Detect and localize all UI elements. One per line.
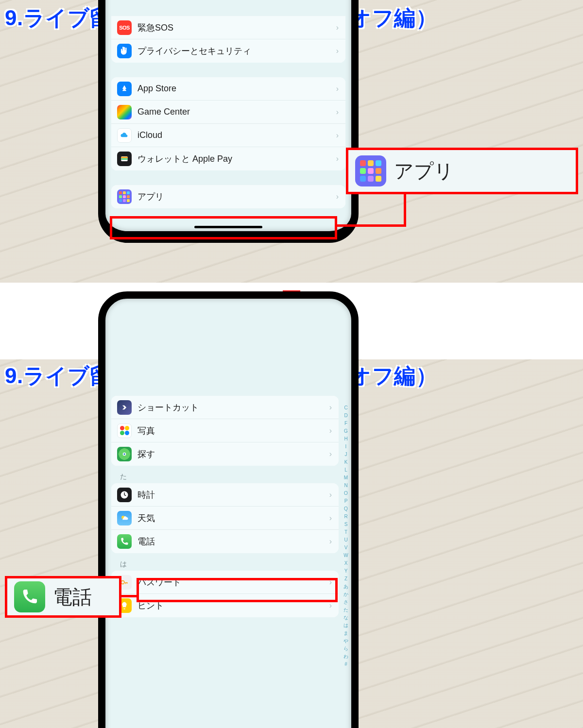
index-letter[interactable]: # — [342, 662, 350, 667]
chevron-right-icon: › — [336, 108, 340, 117]
index-letter[interactable]: Q — [342, 507, 350, 511]
app-row-photos[interactable]: 写真 › — [111, 419, 339, 442]
apps-folder-icon — [355, 155, 386, 186]
index-letter[interactable]: わ — [342, 654, 350, 659]
app-row-shortcuts[interactable]: ショートカット › — [111, 396, 339, 419]
index-letter[interactable]: D — [342, 413, 350, 418]
index-letter[interactable]: ま — [342, 631, 350, 636]
index-letter[interactable]: V — [342, 545, 350, 550]
phone-frame-bottom: ショートカット › 写真 › 探す › た — [98, 291, 359, 728]
row-label: ヒント — [137, 600, 329, 611]
chevron-right-icon: › — [329, 537, 333, 546]
index-letter[interactable]: M — [342, 475, 350, 480]
settings-row-app-store[interactable]: App Store › — [111, 77, 345, 101]
app-row-clock[interactable]: 時計 › — [111, 483, 339, 507]
index-letter[interactable]: X — [342, 561, 350, 566]
callout-phone: 電話 — [5, 576, 121, 618]
index-letter[interactable]: I — [342, 444, 350, 449]
index-letter[interactable]: ら — [342, 646, 350, 651]
settings-row-game-center[interactable]: Game Center › — [111, 101, 345, 124]
chevron-right-icon: › — [329, 601, 333, 610]
svg-rect-1 — [121, 157, 127, 158]
chevron-right-icon: › — [336, 23, 340, 32]
index-letter[interactable]: C — [342, 406, 350, 410]
chevron-right-icon: › — [329, 491, 333, 499]
row-label: パスワード — [137, 576, 329, 588]
index-letter[interactable]: か — [342, 592, 350, 597]
callout-label: 電話 — [53, 584, 92, 610]
apps-folder-icon — [117, 189, 132, 204]
settings-row-emergency-sos[interactable]: SOS 緊急SOS › — [111, 16, 345, 39]
row-label: ショートカット — [137, 402, 329, 413]
connector-line — [404, 194, 406, 227]
app-store-icon — [117, 82, 132, 96]
index-letter[interactable]: L — [342, 468, 350, 473]
index-letter[interactable]: O — [342, 491, 350, 496]
chevron-right-icon: › — [336, 154, 340, 163]
row-label: 天気 — [137, 512, 329, 524]
row-label: アプリ — [137, 191, 336, 203]
photos-icon — [117, 423, 132, 438]
index-letter[interactable]: P — [342, 499, 350, 504]
app-row-tips[interactable]: ヒント › — [111, 594, 339, 617]
index-letter[interactable]: さ — [342, 600, 350, 605]
index-letter[interactable]: は — [342, 623, 350, 628]
chevron-right-icon: › — [336, 85, 340, 93]
index-letter[interactable]: N — [342, 483, 350, 488]
phone-icon — [117, 534, 132, 549]
weather-icon — [117, 511, 132, 525]
section-header-ta: た — [111, 466, 339, 483]
row-label: 探す — [137, 448, 329, 460]
chevron-right-icon: › — [336, 131, 340, 140]
index-letter[interactable]: J — [342, 452, 350, 457]
connector-line — [121, 595, 139, 597]
index-letter[interactable]: た — [342, 608, 350, 612]
index-letter[interactable]: G — [342, 429, 350, 434]
row-label: 緊急SOS — [137, 22, 336, 34]
index-letter[interactable]: な — [342, 615, 350, 620]
chevron-right-icon: › — [329, 403, 333, 412]
shortcuts-icon — [117, 400, 132, 415]
row-label: 写真 — [137, 425, 329, 437]
row-label: iCloud — [137, 130, 336, 140]
app-row-phone[interactable]: 電話 › — [111, 530, 339, 553]
row-label: プライバシーとセキュリティ — [137, 45, 336, 57]
app-row-weather[interactable]: 天気 › — [111, 507, 339, 530]
row-label: App Store — [137, 84, 336, 94]
icloud-icon — [117, 128, 132, 143]
callout-label: アプリ — [394, 158, 454, 185]
chevron-right-icon: › — [329, 514, 333, 523]
index-letter[interactable]: W — [342, 553, 350, 558]
index-letter[interactable]: Y — [342, 569, 350, 574]
home-indicator[interactable] — [194, 226, 262, 228]
index-letter[interactable]: S — [342, 522, 350, 527]
game-center-icon — [117, 105, 132, 119]
settings-row-wallet-apple-pay[interactable]: ウォレットと Apple Pay › — [111, 147, 345, 170]
row-label: 電話 — [137, 536, 329, 547]
index-letter[interactable]: H — [342, 437, 350, 441]
app-row-passwords[interactable]: パスワード › — [111, 571, 339, 594]
wallet-icon — [117, 152, 132, 166]
alphabet-index-strip[interactable]: CDFGHIJKLMNOPQRSTUVWXYZあかさたなはまやらわ# — [342, 396, 350, 728]
phone-frame-top: SOS 緊急SOS › プライバシーとセキュリティ › App Store › — [98, 0, 359, 243]
index-letter[interactable]: あ — [342, 584, 350, 589]
app-row-find-my[interactable]: 探す › — [111, 442, 339, 466]
index-letter[interactable]: R — [342, 514, 350, 519]
index-letter[interactable]: U — [342, 538, 350, 542]
index-letter[interactable]: や — [342, 639, 350, 643]
index-letter[interactable]: F — [342, 421, 350, 426]
index-letter[interactable]: K — [342, 460, 350, 465]
row-label: 時計 — [137, 489, 329, 501]
settings-row-privacy-security[interactable]: プライバシーとセキュリティ › — [111, 39, 345, 63]
svg-rect-2 — [121, 158, 127, 160]
svg-point-4 — [123, 453, 125, 455]
chevron-right-icon: › — [336, 47, 340, 55]
connector-line — [337, 224, 406, 227]
settings-row-apps[interactable]: アプリ › — [111, 185, 345, 208]
index-letter[interactable]: Z — [342, 576, 350, 581]
index-letter[interactable]: T — [342, 530, 350, 535]
phone-icon — [14, 581, 45, 612]
settings-row-icloud[interactable]: iCloud › — [111, 124, 345, 147]
find-my-icon — [117, 447, 132, 461]
row-label: ウォレットと Apple Pay — [137, 153, 336, 165]
